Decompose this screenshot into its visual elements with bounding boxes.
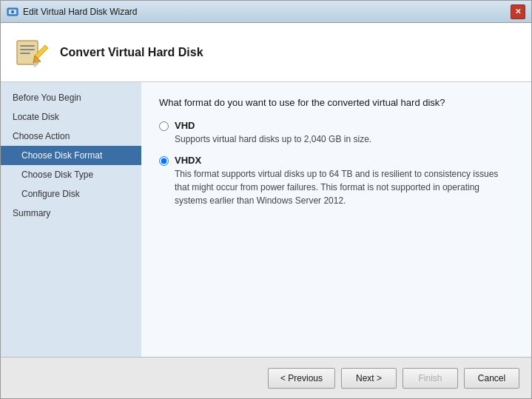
cancel-button[interactable]: Cancel bbox=[464, 368, 519, 389]
header-section: Convert Virtual Hard Disk bbox=[1, 23, 531, 82]
vhd-radio[interactable] bbox=[159, 121, 169, 131]
vhdx-label-block: VHDX This format supports virtual disks … bbox=[175, 155, 514, 207]
title-text: Edit Virtual Hard Disk Wizard bbox=[23, 7, 138, 17]
svg-rect-5 bbox=[20, 49, 35, 50]
sidebar: Before You Begin Locate Disk Choose Acti… bbox=[1, 82, 141, 357]
sidebar-item-before-you-begin[interactable]: Before You Begin bbox=[1, 88, 141, 107]
main-area: Before You Begin Locate Disk Choose Acti… bbox=[1, 82, 531, 357]
title-bar: Edit Virtual Hard Disk Wizard ✕ bbox=[1, 1, 531, 23]
vhd-option: VHD Supports virtual hard disks up to 2,… bbox=[159, 120, 514, 146]
content-area: What format do you want to use for the c… bbox=[141, 82, 531, 357]
previous-button[interactable]: < Previous bbox=[268, 368, 335, 389]
sidebar-item-locate-disk[interactable]: Locate Disk bbox=[1, 107, 141, 127]
header-icon bbox=[13, 35, 48, 70]
vhd-description: Supports virtual hard disks up to 2,040 … bbox=[175, 133, 371, 146]
footer: < Previous Next > Finish Cancel bbox=[1, 357, 531, 398]
vhdx-radio[interactable] bbox=[159, 156, 169, 166]
next-button[interactable]: Next > bbox=[341, 368, 397, 389]
svg-point-2 bbox=[11, 10, 14, 13]
vhdx-label[interactable]: VHDX bbox=[175, 155, 514, 166]
svg-rect-4 bbox=[20, 45, 35, 47]
sidebar-item-choose-disk-format[interactable]: Choose Disk Format bbox=[1, 146, 141, 165]
vhd-label-block: VHD Supports virtual hard disks up to 2,… bbox=[175, 120, 371, 146]
finish-button[interactable]: Finish bbox=[403, 368, 458, 389]
sidebar-item-configure-disk[interactable]: Configure Disk bbox=[1, 184, 141, 204]
wizard-window: Edit Virtual Hard Disk Wizard ✕ Convert … bbox=[0, 0, 532, 399]
close-button[interactable]: ✕ bbox=[511, 4, 525, 19]
wizard-titlebar-icon bbox=[7, 6, 18, 18]
sidebar-item-choose-action[interactable]: Choose Action bbox=[1, 127, 141, 146]
content-question: What format do you want to use for the c… bbox=[159, 97, 514, 108]
vhdx-option: VHDX This format supports virtual disks … bbox=[159, 155, 514, 207]
title-bar-left: Edit Virtual Hard Disk Wizard bbox=[7, 6, 138, 18]
sidebar-item-choose-disk-type[interactable]: Choose Disk Type bbox=[1, 165, 141, 184]
svg-rect-6 bbox=[20, 53, 30, 54]
vhdx-description: This format supports virtual disks up to… bbox=[175, 167, 514, 207]
sidebar-item-summary[interactable]: Summary bbox=[1, 204, 141, 223]
vhd-label[interactable]: VHD bbox=[175, 120, 371, 131]
header-title: Convert Virtual Hard Disk bbox=[60, 46, 203, 59]
